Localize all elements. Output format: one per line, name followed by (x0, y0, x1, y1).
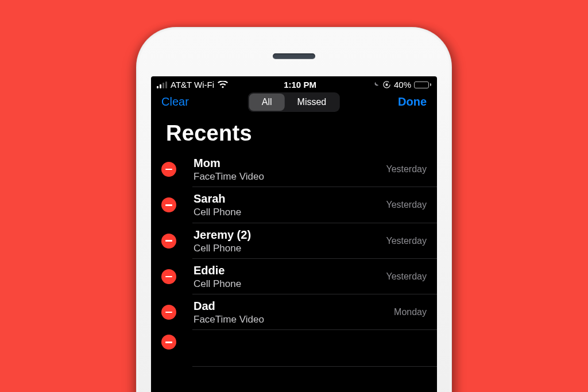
status-right: 40% (372, 80, 431, 90)
call-row-main[interactable]: Mom FaceTime Video (194, 156, 380, 183)
call-name: Dad (194, 299, 388, 313)
delete-button[interactable] (161, 335, 176, 350)
tab-all[interactable]: All (249, 94, 285, 111)
call-subtitle: Cell Phone (194, 242, 380, 254)
phone-speaker (273, 53, 315, 59)
carrier-label: AT&T Wi-Fi (171, 80, 214, 90)
phone-screen: AT&T Wi-Fi 1:10 PM 40% (151, 76, 437, 392)
nav-bar: Clear All Missed Done (151, 92, 437, 114)
delete-button[interactable] (161, 197, 176, 212)
call-subtitle: Cell Phone (194, 206, 380, 218)
call-name: Mom (194, 156, 380, 170)
phone-device-frame: AT&T Wi-Fi 1:10 PM 40% (136, 27, 452, 392)
call-row[interactable]: Eddie Cell Phone Yesterday (151, 259, 437, 294)
call-time: Yesterday (386, 164, 427, 174)
delete-button[interactable] (161, 234, 176, 249)
delete-button[interactable] (161, 162, 176, 177)
call-row[interactable]: Mom FaceTime Video Yesterday (151, 152, 437, 187)
call-time: Monday (394, 307, 427, 317)
status-bar: AT&T Wi-Fi 1:10 PM 40% (151, 76, 437, 92)
call-row-main[interactable]: Sarah Cell Phone (194, 192, 380, 218)
battery-percent-label: 40% (394, 80, 411, 90)
call-subtitle: FaceTime Video (194, 170, 380, 183)
segmented-control[interactable]: All Missed (248, 92, 340, 112)
call-name: Eddie (194, 263, 380, 278)
recents-list[interactable]: Mom FaceTime Video Yesterday Sarah Cell … (151, 152, 437, 367)
wifi-icon (218, 81, 228, 88)
done-button[interactable]: Done (398, 95, 427, 108)
battery-icon (414, 81, 431, 88)
status-left: AT&T Wi-Fi (157, 80, 228, 90)
minus-icon (165, 312, 172, 313)
phone-bezel: AT&T Wi-Fi 1:10 PM 40% (138, 29, 450, 392)
clear-button[interactable]: Clear (161, 95, 189, 108)
minus-icon (165, 204, 172, 206)
call-row[interactable]: Jeremy (2) Cell Phone Yesterday (151, 223, 437, 259)
delete-button[interactable] (161, 305, 176, 320)
call-name: Sarah (194, 192, 380, 206)
delete-button[interactable] (161, 269, 176, 284)
call-row[interactable] (151, 330, 437, 367)
page-title: Recents (151, 114, 437, 152)
call-row-main[interactable]: Dad FaceTime Video (194, 299, 388, 325)
tab-missed[interactable]: Missed (285, 94, 339, 111)
minus-icon (165, 169, 172, 170)
call-subtitle: FaceTime Video (194, 313, 388, 325)
call-row-main[interactable]: Jeremy (2) Cell Phone (194, 228, 380, 254)
cellular-signal-icon (157, 81, 167, 88)
minus-icon (165, 341, 172, 343)
orientation-lock-icon (382, 80, 391, 89)
do-not-disturb-moon-icon (372, 81, 380, 88)
minus-icon (165, 240, 172, 242)
call-row-main[interactable]: Eddie Cell Phone (194, 263, 380, 290)
call-time: Yesterday (386, 236, 427, 246)
call-name: Jeremy (2) (194, 228, 380, 242)
call-time: Yesterday (386, 200, 427, 210)
minus-icon (165, 276, 172, 278)
call-time: Yesterday (386, 271, 427, 282)
status-time: 1:10 PM (284, 80, 316, 90)
call-row[interactable]: Dad FaceTime Video Monday (151, 294, 437, 330)
call-row[interactable]: Sarah Cell Phone Yesterday (151, 187, 437, 223)
call-subtitle: Cell Phone (194, 278, 380, 290)
